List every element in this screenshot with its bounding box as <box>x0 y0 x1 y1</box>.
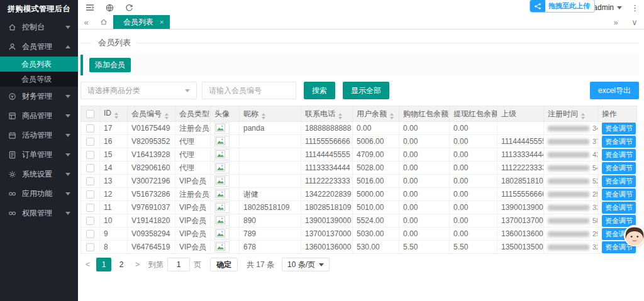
refresh-icon[interactable] <box>125 4 133 12</box>
col-member-no[interactable]: 会员编号 <box>128 106 175 122</box>
cell-shopping-red: 0.00 <box>399 201 450 214</box>
cell-shopping-red: 0.00 <box>399 188 450 201</box>
col-member-type[interactable]: 会员类型 <box>175 106 211 122</box>
sort-icon[interactable] <box>338 113 342 119</box>
sidebar-item-console[interactable]: 控制台 <box>0 18 78 37</box>
excel-export-button[interactable]: excel导出 <box>590 82 639 99</box>
per-page-select[interactable]: 10 条/页 <box>282 258 330 271</box>
avatar-girl-icon <box>624 225 644 246</box>
funds-adjust-button[interactable]: 资金调节 <box>602 136 636 148</box>
sort-icon[interactable] <box>165 113 169 119</box>
row-checkbox[interactable] <box>86 177 94 185</box>
sidebar-item-permissions[interactable]: 权限管理 <box>0 204 78 223</box>
tabs-dropdown-icon[interactable]: ∨ <box>625 18 644 27</box>
row-checkbox[interactable] <box>86 243 94 251</box>
sort-icon[interactable] <box>262 113 265 119</box>
cell-withdraw-red: 0.00 <box>450 201 497 214</box>
col-balance[interactable]: 用户余额 <box>353 106 399 122</box>
prev-page-icon[interactable]: < <box>80 260 95 269</box>
cell-balance: 5030.00 <box>353 227 399 241</box>
tabs-scroll-right-icon[interactable]: » <box>606 18 625 27</box>
page-title-divider: 会员列表 <box>80 37 639 48</box>
cell-avatar <box>211 188 240 201</box>
cell-withdraw-red: 0.00 <box>450 122 497 135</box>
funds-adjust-button[interactable]: 资金调节 <box>602 189 636 200</box>
cell-shopping-red: 0.00 <box>399 227 450 241</box>
table-row: 13 V30072196 VIP会员 11122223333 5016.00 0… <box>81 175 637 188</box>
row-checkbox[interactable] <box>86 230 94 238</box>
broken-image-icon <box>214 215 230 226</box>
cell-id: 12 <box>100 188 128 201</box>
row-checkbox[interactable] <box>86 138 94 146</box>
sort-icon[interactable] <box>581 113 585 119</box>
sidebar-item-orders[interactable]: 订单管理 <box>0 145 78 165</box>
next-page-icon[interactable]: > <box>130 260 145 269</box>
page-1[interactable]: 1 <box>96 258 111 271</box>
row-checkbox[interactable] <box>86 217 94 225</box>
row-checkbox[interactable] <box>86 164 94 172</box>
category-select-placeholder: 请选择商品分类 <box>87 85 140 96</box>
per-page-value: 10 条/页 <box>287 260 315 270</box>
broken-image-icon <box>214 149 230 160</box>
globe-icon[interactable] <box>106 4 114 12</box>
floating-avatar[interactable] <box>624 225 644 246</box>
cell-phone: 11155556666 <box>301 135 353 148</box>
sidebar-item-member-level[interactable]: 会员等级 <box>0 72 78 87</box>
row-checkbox[interactable] <box>86 124 94 133</box>
funds-adjust-button[interactable]: 资金调节 <box>602 202 636 214</box>
col-reg-time[interactable]: 注册时间 <box>544 106 598 122</box>
activity-icon <box>8 131 16 140</box>
cell-member-type: 注册会员2 <box>175 122 211 135</box>
funds-adjust-button[interactable]: 资金调节 <box>602 162 636 174</box>
close-icon[interactable]: × <box>160 18 164 26</box>
cell-nickname <box>240 148 301 161</box>
home-tab-icon[interactable] <box>94 15 113 29</box>
tabs-scroll-left-icon[interactable]: « <box>78 15 94 29</box>
sort-icon[interactable] <box>390 113 394 119</box>
user-menu[interactable]: admin <box>593 3 622 12</box>
table-body: 17 V01675449 注册会员2 panda 18888888888 0.0… <box>81 122 637 254</box>
add-member-button[interactable]: 添加会员 <box>89 58 131 72</box>
menu-collapse-icon[interactable] <box>86 4 94 11</box>
sidebar-item-finance[interactable]: 财务管理 <box>0 87 78 106</box>
sidebar-item-activity[interactable]: 活动管理 <box>0 126 78 145</box>
table-header-row: ID 会员编号 会员类型 头像 昵称 联系电话 用户余额 购物红包余额 提现红包… <box>81 106 637 122</box>
sort-icon[interactable] <box>114 112 118 119</box>
funds-adjust-button[interactable]: 资金调节 <box>602 175 636 187</box>
show-all-button[interactable]: 显示全部 <box>343 82 389 99</box>
row-checkbox-cell <box>81 148 100 161</box>
select-all-checkbox[interactable] <box>86 110 94 118</box>
chevron-down-icon <box>65 192 70 195</box>
more-options-icon[interactable]: ⋮ <box>631 3 639 13</box>
drag-upload-widget[interactable]: 拖拽至此上传 <box>530 0 595 13</box>
sidebar-item-settings[interactable]: 系统设置 <box>0 165 78 184</box>
funds-adjust-button[interactable]: 资金调节 <box>602 123 636 134</box>
col-phone[interactable]: 联系电话 <box>301 106 353 122</box>
funds-adjust-button[interactable]: 资金调节 <box>602 215 636 227</box>
col-withdraw-red[interactable]: 提现红包余额 <box>450 106 497 122</box>
row-checkbox[interactable] <box>86 204 94 212</box>
funds-adjust-button[interactable]: 资金调节 <box>602 149 636 161</box>
cell-member-no: V82906160 <box>128 161 175 175</box>
sidebar-item-member-list[interactable]: 会员列表 <box>0 57 78 72</box>
row-checkbox[interactable] <box>86 190 94 199</box>
sidebar-item-goods[interactable]: 商品管理 <box>0 106 78 126</box>
cell-phone: 13600136000 <box>301 241 353 254</box>
member-no-input[interactable] <box>202 82 296 99</box>
row-checkbox[interactable] <box>86 151 94 159</box>
sidebar-item-members[interactable]: 会员管理 <box>0 37 78 57</box>
tab-member-list[interactable]: 会员列表 × <box>113 15 170 29</box>
col-nickname[interactable]: 昵称 <box>240 106 301 122</box>
cell-parent <box>497 122 544 135</box>
broken-image-icon <box>214 162 230 173</box>
category-select[interactable]: 请选择商品分类 <box>80 82 197 99</box>
goto-confirm-button[interactable]: 确定 <box>210 258 238 271</box>
table-row: 15 V16413928 代理 11144445555 4709.00 0.00… <box>81 148 637 161</box>
search-button[interactable]: 搜索 <box>304 82 335 99</box>
col-id[interactable]: ID <box>100 106 128 122</box>
sidebar-item-app-features[interactable]: 应用功能 <box>0 184 78 204</box>
page-2[interactable]: 2 <box>114 258 129 271</box>
goto-page-input[interactable] <box>167 258 190 271</box>
cell-member-no: V82095352 <box>128 135 175 148</box>
col-shopping-red[interactable]: 购物红包余额 <box>399 106 450 122</box>
